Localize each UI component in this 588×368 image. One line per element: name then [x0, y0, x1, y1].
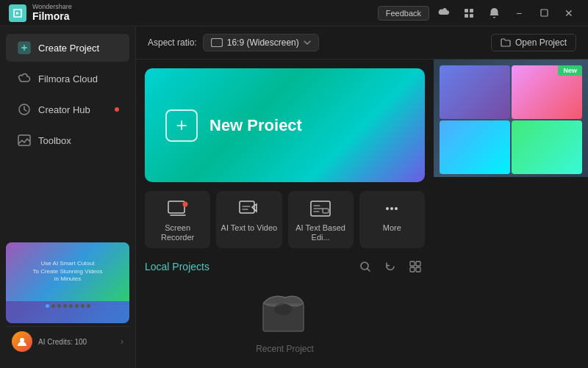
more-icon [379, 198, 405, 219]
feedback-button[interactable]: Feedback [378, 6, 429, 21]
grid-icon[interactable] [459, 6, 479, 21]
folder-icon [501, 38, 511, 47]
more-label: More [383, 223, 401, 233]
svg-rect-23 [416, 267, 420, 272]
featured-image-grid [434, 59, 588, 177]
creator-hub-icon [18, 103, 31, 116]
widescreen-icon [211, 38, 223, 47]
cloud-icon[interactable] [434, 6, 454, 21]
promo-dot-1 [46, 304, 49, 308]
sidebar-item-create-project[interactable]: Create Project [6, 34, 129, 62]
create-project-icon [18, 41, 31, 54]
notification-dot [115, 107, 119, 112]
svg-rect-20 [410, 261, 415, 266]
notification-icon[interactable] [484, 6, 504, 21]
cloud-storage-icon [18, 72, 31, 85]
svg-rect-1 [465, 9, 468, 12]
promo-dot-3 [57, 304, 61, 308]
grid-cell-3 [440, 120, 510, 174]
right-panel: New Smart Search Try quickly searching f… [434, 59, 588, 368]
user-avatar [12, 331, 32, 352]
aspect-ratio-dropdown[interactable]: 16:9 (Widescreen) [203, 34, 319, 51]
quick-tools: Screen Recorder AI Text to Video [145, 191, 425, 248]
svg-rect-2 [470, 9, 473, 12]
restore-button[interactable] [534, 6, 554, 21]
new-project-label: New Proiect [209, 116, 302, 135]
user-credits: AI Credits: 100 [38, 338, 87, 346]
window-controls: Feedback − ✕ [378, 6, 579, 21]
svg-rect-11 [168, 201, 184, 213]
svg-rect-10 [211, 39, 222, 47]
promo-dot-4 [63, 304, 67, 308]
product-name: Filmora [32, 11, 72, 22]
ai-text-based-edit-icon [307, 198, 334, 219]
sidebar: Create Project Filmora Cloud Creator Hub [0, 26, 136, 368]
chevron-right-icon: › [121, 336, 123, 347]
promo-image: Use AI Smart CutoutTo Create Stunning Vi… [6, 242, 129, 301]
open-project-button[interactable]: Open Project [491, 34, 576, 51]
empty-projects-label: Recent Project [256, 344, 314, 354]
dropdown-chevron-icon [304, 40, 311, 45]
ai-text-based-edit-label: AI Text Based Edi... [293, 223, 349, 242]
promo-dot-2 [51, 304, 55, 308]
promo-dots [6, 301, 129, 311]
close-button[interactable]: ✕ [559, 6, 579, 21]
app-logo: Wondershare Filmora [9, 4, 72, 22]
new-project-card[interactable]: + New Proiect [145, 68, 425, 182]
main-layout: Create Project Filmora Cloud Creator Hub [0, 26, 588, 368]
svg-rect-15 [323, 209, 329, 213]
svg-point-25 [274, 303, 292, 315]
sidebar-bottom: Use AI Smart CutoutTo Create Stunning Vi… [0, 237, 135, 362]
ai-text-based-edit-tool[interactable]: AI Text Based Edi... [288, 191, 354, 248]
ai-text-to-video-icon [236, 198, 262, 219]
empty-box-illustration [256, 287, 315, 335]
svg-rect-22 [410, 267, 415, 272]
local-projects-section: Local Projects [145, 257, 425, 359]
screen-recorder-tool[interactable]: Screen Recorder [145, 191, 210, 248]
ai-text-to-video-tool[interactable]: AI Text to Video [216, 191, 282, 248]
svg-rect-21 [416, 261, 420, 266]
title-bar: Wondershare Filmora Feedback − [0, 0, 588, 26]
new-project-plus-icon: + [165, 109, 198, 142]
refresh-icon[interactable] [381, 257, 400, 276]
grid-cell-1 [440, 65, 510, 119]
content-toolbar: Aspect ratio: 16:9 (Widescreen) Open Pro… [136, 26, 588, 59]
left-panel: + New Proiect Screen Recorder [136, 59, 434, 368]
grid-cell-4 [512, 120, 582, 174]
more-tool[interactable]: More [359, 191, 425, 248]
empty-projects: Recent Project [145, 282, 425, 359]
sidebar-item-label: Filmora Cloud [38, 73, 98, 84]
promo-dot-7 [81, 304, 85, 308]
promo-dot-8 [87, 304, 90, 308]
aspect-ratio-label: Aspect ratio: [148, 37, 197, 48]
user-info[interactable]: AI Credits: 100 › [6, 326, 129, 356]
sidebar-item-label: Creator Hub [38, 104, 90, 115]
search-icon[interactable] [356, 257, 375, 276]
promo-dot-6 [75, 304, 79, 308]
promo-card[interactable]: Use AI Smart CutoutTo Create Stunning Vi… [6, 242, 129, 323]
local-projects-actions [356, 257, 425, 276]
filmora-logo-icon [9, 4, 26, 22]
sidebar-item-filmora-cloud[interactable]: Filmora Cloud [6, 65, 129, 93]
svg-point-12 [182, 202, 187, 207]
featured-card[interactable]: New Smart Search Try quickly searching f… [434, 59, 588, 177]
sidebar-item-toolbox[interactable]: Toolbox [6, 126, 129, 154]
svg-point-18 [395, 207, 398, 210]
toolbox-icon [18, 134, 31, 147]
svg-rect-5 [541, 10, 548, 16]
local-projects-header: Local Projects [145, 257, 425, 276]
ai-text-to-video-label: AI Text to Video [221, 223, 278, 233]
promo-dot-5 [69, 304, 73, 308]
screen-recorder-icon [165, 198, 191, 219]
svg-rect-3 [465, 14, 468, 18]
aspect-ratio-selector: Aspect ratio: 16:9 (Widescreen) [148, 34, 319, 51]
content-area: Aspect ratio: 16:9 (Widescreen) Open Pro… [136, 26, 588, 368]
svg-rect-4 [470, 14, 473, 18]
new-badge: New [558, 65, 582, 76]
local-projects-title: Local Projects [145, 261, 209, 273]
sidebar-item-creator-hub[interactable]: Creator Hub [6, 95, 129, 123]
sidebar-item-label: Create Project [38, 43, 99, 54]
grid-view-icon[interactable] [406, 257, 425, 276]
content-main: + New Proiect Screen Recorder [136, 59, 588, 368]
minimize-button[interactable]: − [509, 6, 529, 21]
